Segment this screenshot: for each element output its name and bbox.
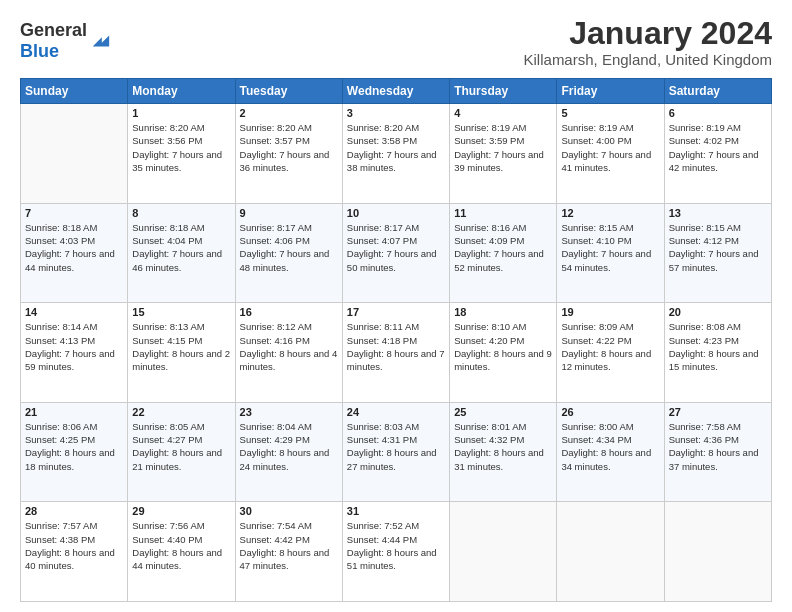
sunset-text: Sunset: 4:42 PM (240, 534, 310, 545)
table-row: 19 Sunrise: 8:09 AM Sunset: 4:22 PM Dayl… (557, 303, 664, 403)
daylight-text: Daylight: 7 hours and 41 minutes. (561, 149, 651, 173)
col-saturday: Saturday (664, 79, 771, 104)
daylight-text: Daylight: 8 hours and 15 minutes. (669, 348, 759, 372)
day-number: 11 (454, 207, 552, 219)
day-number: 15 (132, 306, 230, 318)
table-row: 3 Sunrise: 8:20 AM Sunset: 3:58 PM Dayli… (342, 104, 449, 204)
table-row: 13 Sunrise: 8:15 AM Sunset: 4:12 PM Dayl… (664, 203, 771, 303)
sunrise-text: Sunrise: 8:13 AM (132, 321, 204, 332)
table-row: 28 Sunrise: 7:57 AM Sunset: 4:38 PM Dayl… (21, 502, 128, 602)
table-row: 15 Sunrise: 8:13 AM Sunset: 4:15 PM Dayl… (128, 303, 235, 403)
day-number: 8 (132, 207, 230, 219)
day-number: 25 (454, 406, 552, 418)
daylight-text: Daylight: 8 hours and 4 minutes. (240, 348, 338, 372)
cell-info: Sunrise: 8:17 AM Sunset: 4:07 PM Dayligh… (347, 221, 445, 274)
table-row: 29 Sunrise: 7:56 AM Sunset: 4:40 PM Dayl… (128, 502, 235, 602)
daylight-text: Daylight: 7 hours and 46 minutes. (132, 248, 222, 272)
col-wednesday: Wednesday (342, 79, 449, 104)
daylight-text: Daylight: 8 hours and 7 minutes. (347, 348, 445, 372)
sunset-text: Sunset: 4:25 PM (25, 434, 95, 445)
table-row: 4 Sunrise: 8:19 AM Sunset: 3:59 PM Dayli… (450, 104, 557, 204)
sunrise-text: Sunrise: 7:54 AM (240, 520, 312, 531)
table-row: 27 Sunrise: 7:58 AM Sunset: 4:36 PM Dayl… (664, 402, 771, 502)
daylight-text: Daylight: 7 hours and 57 minutes. (669, 248, 759, 272)
daylight-text: Daylight: 8 hours and 51 minutes. (347, 547, 437, 571)
sunset-text: Sunset: 4:12 PM (669, 235, 739, 246)
sunrise-text: Sunrise: 8:00 AM (561, 421, 633, 432)
sunset-text: Sunset: 4:34 PM (561, 434, 631, 445)
calendar-week-row: 7 Sunrise: 8:18 AM Sunset: 4:03 PM Dayli… (21, 203, 772, 303)
day-number: 14 (25, 306, 123, 318)
day-number: 9 (240, 207, 338, 219)
cell-info: Sunrise: 7:52 AM Sunset: 4:44 PM Dayligh… (347, 519, 445, 572)
day-number: 20 (669, 306, 767, 318)
cell-info: Sunrise: 8:08 AM Sunset: 4:23 PM Dayligh… (669, 320, 767, 373)
sunset-text: Sunset: 4:31 PM (347, 434, 417, 445)
daylight-text: Daylight: 7 hours and 50 minutes. (347, 248, 437, 272)
table-row: 26 Sunrise: 8:00 AM Sunset: 4:34 PM Dayl… (557, 402, 664, 502)
sunset-text: Sunset: 4:16 PM (240, 335, 310, 346)
day-number: 21 (25, 406, 123, 418)
sunset-text: Sunset: 4:04 PM (132, 235, 202, 246)
cell-info: Sunrise: 7:57 AM Sunset: 4:38 PM Dayligh… (25, 519, 123, 572)
calendar-week-row: 28 Sunrise: 7:57 AM Sunset: 4:38 PM Dayl… (21, 502, 772, 602)
daylight-text: Daylight: 7 hours and 54 minutes. (561, 248, 651, 272)
day-number: 2 (240, 107, 338, 119)
day-number: 7 (25, 207, 123, 219)
sunset-text: Sunset: 4:20 PM (454, 335, 524, 346)
cell-info: Sunrise: 7:56 AM Sunset: 4:40 PM Dayligh… (132, 519, 230, 572)
day-number: 17 (347, 306, 445, 318)
daylight-text: Daylight: 7 hours and 39 minutes. (454, 149, 544, 173)
cell-info: Sunrise: 8:20 AM Sunset: 3:58 PM Dayligh… (347, 121, 445, 174)
daylight-text: Daylight: 8 hours and 47 minutes. (240, 547, 330, 571)
day-number: 10 (347, 207, 445, 219)
sunrise-text: Sunrise: 8:11 AM (347, 321, 419, 332)
page: General Blue January 2024 Killamarsh, En… (0, 0, 792, 612)
table-row (664, 502, 771, 602)
day-number: 4 (454, 107, 552, 119)
cell-info: Sunrise: 8:04 AM Sunset: 4:29 PM Dayligh… (240, 420, 338, 473)
sunset-text: Sunset: 4:38 PM (25, 534, 95, 545)
table-row (21, 104, 128, 204)
logo-general-text: General (20, 20, 87, 40)
sunset-text: Sunset: 3:58 PM (347, 135, 417, 146)
cell-info: Sunrise: 8:12 AM Sunset: 4:16 PM Dayligh… (240, 320, 338, 373)
day-number: 18 (454, 306, 552, 318)
sunset-text: Sunset: 4:07 PM (347, 235, 417, 246)
daylight-text: Daylight: 8 hours and 37 minutes. (669, 447, 759, 471)
table-row: 31 Sunrise: 7:52 AM Sunset: 4:44 PM Dayl… (342, 502, 449, 602)
sunrise-text: Sunrise: 8:10 AM (454, 321, 526, 332)
cell-info: Sunrise: 8:01 AM Sunset: 4:32 PM Dayligh… (454, 420, 552, 473)
sunrise-text: Sunrise: 8:18 AM (132, 222, 204, 233)
day-number: 28 (25, 505, 123, 517)
sunset-text: Sunset: 3:56 PM (132, 135, 202, 146)
daylight-text: Daylight: 8 hours and 21 minutes. (132, 447, 222, 471)
cell-info: Sunrise: 8:10 AM Sunset: 4:20 PM Dayligh… (454, 320, 552, 373)
day-number: 5 (561, 107, 659, 119)
sunrise-text: Sunrise: 8:01 AM (454, 421, 526, 432)
logo-blue-text: Blue (20, 41, 59, 61)
day-number: 19 (561, 306, 659, 318)
table-row: 30 Sunrise: 7:54 AM Sunset: 4:42 PM Dayl… (235, 502, 342, 602)
col-monday: Monday (128, 79, 235, 104)
sunset-text: Sunset: 4:10 PM (561, 235, 631, 246)
sunrise-text: Sunrise: 8:14 AM (25, 321, 97, 332)
day-number: 30 (240, 505, 338, 517)
sunset-text: Sunset: 4:22 PM (561, 335, 631, 346)
table-row: 17 Sunrise: 8:11 AM Sunset: 4:18 PM Dayl… (342, 303, 449, 403)
svg-marker-0 (93, 36, 110, 47)
sunrise-text: Sunrise: 8:15 AM (561, 222, 633, 233)
day-number: 26 (561, 406, 659, 418)
sunrise-text: Sunrise: 7:58 AM (669, 421, 741, 432)
cell-info: Sunrise: 8:05 AM Sunset: 4:27 PM Dayligh… (132, 420, 230, 473)
daylight-text: Daylight: 8 hours and 24 minutes. (240, 447, 330, 471)
table-row: 23 Sunrise: 8:04 AM Sunset: 4:29 PM Dayl… (235, 402, 342, 502)
cell-info: Sunrise: 7:58 AM Sunset: 4:36 PM Dayligh… (669, 420, 767, 473)
sunrise-text: Sunrise: 8:17 AM (347, 222, 419, 233)
sunrise-text: Sunrise: 7:56 AM (132, 520, 204, 531)
day-number: 27 (669, 406, 767, 418)
sunset-text: Sunset: 4:27 PM (132, 434, 202, 445)
table-row: 5 Sunrise: 8:19 AM Sunset: 4:00 PM Dayli… (557, 104, 664, 204)
table-row: 7 Sunrise: 8:18 AM Sunset: 4:03 PM Dayli… (21, 203, 128, 303)
table-row: 6 Sunrise: 8:19 AM Sunset: 4:02 PM Dayli… (664, 104, 771, 204)
